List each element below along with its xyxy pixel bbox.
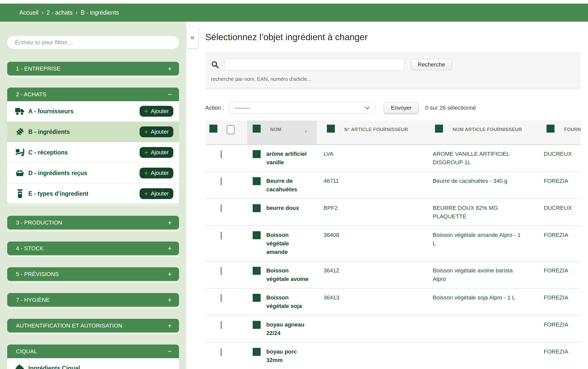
sidebar-section-header-production[interactable]: 3 - PRODUCTION + bbox=[7, 216, 179, 229]
sidebar-item-types-ingredient[interactable]: E - types d'ingredient + Ajouter bbox=[7, 183, 179, 204]
row-checkbox[interactable] bbox=[220, 321, 222, 329]
expand-icon[interactable]: + bbox=[168, 296, 172, 304]
row-name-link[interactable]: Boisson végétale amande bbox=[266, 231, 312, 256]
expand-icon[interactable]: + bbox=[168, 270, 172, 278]
sidebar-section-achats: 2 - ACHATS − A - fournisseurs + Ajouter … bbox=[7, 88, 179, 205]
cell-article-name: Beurre de cacahuètes - 340 g bbox=[430, 172, 543, 198]
row-checkbox[interactable] bbox=[220, 231, 222, 239]
add-ingredient-recu-button[interactable]: + Ajouter bbox=[140, 168, 173, 178]
row-name-link[interactable]: boyau agneau 22/24 bbox=[266, 320, 312, 337]
row-checkbox[interactable] bbox=[220, 267, 222, 275]
column-square-icon bbox=[327, 125, 335, 133]
row-checkbox[interactable] bbox=[220, 204, 222, 212]
table-row: beurre doux BPF2 BEURRE DOUX 82% MG PLAQ… bbox=[205, 199, 581, 226]
row-square-icon bbox=[253, 204, 261, 212]
column-header-article-no[interactable]: N° ARTICLE FOURNISSEUR bbox=[317, 121, 430, 144]
sidebar-section-header-auth[interactable]: AUTHENTIFICATION ET AUTORISATION + bbox=[7, 319, 179, 332]
expand-icon[interactable]: + bbox=[168, 322, 172, 330]
envoyer-button[interactable]: Envoyer bbox=[384, 102, 419, 114]
add-type-ingredient-button[interactable]: + Ajouter bbox=[140, 188, 173, 199]
sidebar-item-label[interactable]: B - ingrédients bbox=[28, 128, 140, 135]
cell-article-no: LVA bbox=[317, 145, 430, 171]
column-square-icon bbox=[547, 125, 555, 133]
collapse-section-icon[interactable]: − bbox=[168, 90, 172, 99]
breadcrumb-achats[interactable]: 2 - achats bbox=[47, 9, 73, 16]
sidebar-section-header-previsions[interactable]: 5 - PRÉVISIONS + bbox=[7, 267, 179, 281]
sidebar-section-header-stock[interactable]: 4 - STOCK + bbox=[7, 242, 179, 255]
search-input[interactable] bbox=[224, 59, 405, 71]
truck-ramp-box-icon bbox=[14, 148, 25, 157]
table-row: boyau porc 32mm FOREZIA bbox=[205, 343, 581, 369]
cell-article-name bbox=[430, 316, 543, 342]
plus-icon: + bbox=[144, 129, 148, 134]
cell-article-name: Boisson végétale amande Alpro - 1 L bbox=[430, 226, 543, 261]
cell-fournisseur: FOREZIA bbox=[543, 262, 581, 288]
row-name-link[interactable]: arôme artificiel vanille bbox=[266, 150, 312, 167]
breadcrumb: Accueil › 2 - achats › B - ingrédients bbox=[19, 9, 119, 16]
sidebar-collapse-button[interactable]: « bbox=[187, 27, 198, 48]
column-header-fournisseur[interactable]: FOURNISSEUR bbox=[543, 121, 581, 144]
sidebar-section-header-achats[interactable]: 2 - ACHATS − bbox=[7, 88, 179, 101]
select-all-header bbox=[205, 121, 247, 144]
cell-fournisseur: FOREZIA bbox=[543, 226, 581, 261]
expand-icon[interactable]: + bbox=[168, 244, 172, 253]
select-all-checkbox[interactable] bbox=[227, 125, 235, 134]
cell-article-no bbox=[317, 343, 430, 369]
sidebar-item-label[interactable]: E - types d'ingredient bbox=[28, 190, 140, 197]
sidebar: 1 - ENTREPRISE + 2 - ACHATS − A - fourni… bbox=[0, 22, 186, 369]
column-square-icon bbox=[435, 125, 443, 133]
cell-fournisseur: DUCREUX bbox=[543, 145, 581, 171]
action-select-value: --------- bbox=[235, 105, 250, 111]
search-icon bbox=[211, 61, 219, 69]
sidebar-item-label[interactable]: A - fournisseurs bbox=[28, 108, 140, 115]
breadcrumb-separator: › bbox=[76, 9, 78, 16]
row-checkbox[interactable] bbox=[220, 177, 222, 185]
row-name-link[interactable]: boyau porc 32mm bbox=[266, 347, 312, 364]
cell-fournisseur: FOREZIA bbox=[543, 289, 581, 315]
sidebar-item-label[interactable]: D - ingrédients reçus bbox=[28, 170, 140, 177]
cell-article-name bbox=[430, 343, 543, 369]
column-header-nom[interactable]: NOM ▲ bbox=[247, 121, 317, 144]
main-content: « Sélectionnez l’objet ingrédient à chan… bbox=[186, 22, 588, 369]
collapse-section-icon[interactable]: − bbox=[168, 347, 172, 356]
action-select[interactable]: --------- bbox=[229, 102, 376, 114]
cell-article-name: Boisson végétale avoine barista Alpro bbox=[430, 262, 543, 288]
breadcrumb-bar: Accueil › 2 - achats › B - ingrédients bbox=[0, 4, 588, 22]
row-square-icon bbox=[253, 231, 261, 239]
sidebar-item-label[interactable]: Ingrédients Ciqual bbox=[28, 365, 173, 369]
search-button[interactable]: Recherche bbox=[411, 59, 452, 70]
row-checkbox[interactable] bbox=[220, 150, 222, 158]
row-square-icon bbox=[253, 294, 261, 302]
cell-article-name: AROME VANILLE ARTIFICIEL DISGROUP 1L bbox=[430, 145, 543, 171]
sidebar-section-header-ciqual[interactable]: CIQUAL − bbox=[7, 345, 179, 358]
column-header-article-name[interactable]: NOM ARTICLE FOURNISSEUR bbox=[430, 121, 543, 144]
row-name-link[interactable]: Boisson végétale soja bbox=[266, 293, 312, 310]
row-name-link[interactable]: Beurre de cacahuètes bbox=[266, 177, 312, 194]
row-name-link[interactable]: beurre doux bbox=[266, 204, 299, 212]
sidebar-item-ingredients-recus[interactable]: D - ingrédients reçus + Ajouter bbox=[7, 162, 179, 183]
box-open-icon bbox=[14, 169, 25, 177]
add-reception-button[interactable]: + Ajouter bbox=[140, 147, 173, 158]
sidebar-section-header-entreprise[interactable]: 1 - ENTREPRISE + bbox=[7, 62, 179, 75]
add-ingredient-button[interactable]: + Ajouter bbox=[140, 126, 173, 137]
sort-ascending-icon[interactable]: ▲ bbox=[304, 129, 308, 133]
sidebar-item-receptions[interactable]: C - réceptions + Ajouter bbox=[7, 142, 179, 162]
sidebar-item-ingredients[interactable]: B - ingrédients + Ajouter bbox=[7, 121, 179, 142]
plus-icon: + bbox=[144, 170, 148, 176]
column-square-icon bbox=[253, 125, 261, 133]
plus-icon: + bbox=[144, 109, 148, 114]
breadcrumb-separator: › bbox=[41, 9, 44, 16]
expand-icon[interactable]: + bbox=[168, 65, 172, 73]
cell-article-name: BEURRE DOUX 82% MG PLAQUETTE bbox=[430, 199, 543, 225]
breadcrumb-accueil[interactable]: Accueil bbox=[19, 9, 38, 16]
row-checkbox[interactable] bbox=[220, 348, 222, 356]
row-name-link[interactable]: Boisson végétale avoine bbox=[266, 266, 312, 283]
sidebar-item-fournisseurs[interactable]: A - fournisseurs + Ajouter bbox=[7, 101, 179, 121]
sidebar-filter-input[interactable] bbox=[7, 36, 179, 49]
expand-icon[interactable]: + bbox=[168, 219, 172, 227]
add-fournisseur-button[interactable]: + Ajouter bbox=[140, 106, 173, 117]
sidebar-section-header-hygiene[interactable]: 7 - HYGIÈNE + bbox=[7, 293, 179, 307]
row-checkbox[interactable] bbox=[220, 294, 222, 302]
sidebar-item-label[interactable]: C - réceptions bbox=[28, 149, 140, 156]
sidebar-item-ingredients-ciqual[interactable]: Ingrédients Ciqual bbox=[7, 358, 179, 369]
